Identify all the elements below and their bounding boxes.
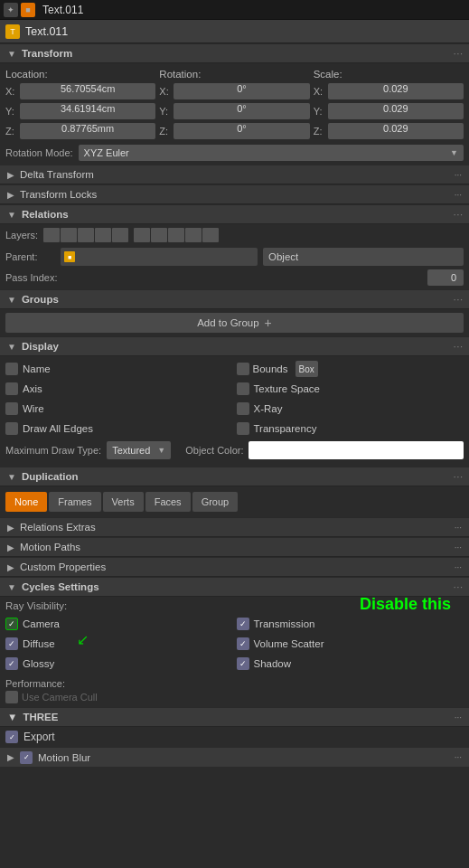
pass-index-value[interactable]: 0	[427, 269, 464, 286]
loc-z-label: Z:	[5, 126, 18, 137]
camera-visibility-label: Camera	[23, 618, 60, 629]
glossy-visibility-row: ✓ Glossy	[5, 655, 233, 673]
relations-extras-section[interactable]: ▶ Relations Extras ···	[0, 517, 469, 537]
rot-x-input[interactable]: 0°	[174, 83, 309, 99]
layer-btn-2[interactable]	[61, 228, 77, 242]
layer-btn-7[interactable]	[151, 228, 167, 242]
dup-tab-group[interactable]: Group	[192, 492, 239, 512]
layer-buttons-left	[43, 228, 128, 242]
diffuse-visibility-checkbox[interactable]: ✓	[5, 637, 18, 650]
export-icon: ✓	[5, 731, 18, 743]
rotation-z-row: Z: 0°	[159, 123, 309, 139]
display-arrow: ▼	[7, 342, 16, 352]
scale-x-input[interactable]: 0.029	[328, 83, 464, 99]
groups-section-header[interactable]: ▼ Groups ···	[0, 289, 469, 309]
layer-btn-1[interactable]	[43, 228, 60, 242]
scale-y-label: Y:	[314, 106, 326, 117]
transform-dots: ···	[454, 49, 464, 59]
duplication-section-header[interactable]: ▼ Duplication ···	[0, 467, 469, 486]
delta-transform-section[interactable]: ▶ Delta Transform ···	[0, 165, 469, 184]
relations-arrow: ▼	[7, 210, 16, 220]
name-cb-label: Name	[23, 363, 51, 374]
layer-btn-8[interactable]	[168, 228, 184, 242]
loc-y-input[interactable]: 34.61914cm	[20, 103, 155, 119]
layer-btn-4[interactable]	[95, 228, 111, 242]
rot-z-input[interactable]: 0°	[174, 123, 309, 139]
use-camera-cull-checkbox[interactable]	[5, 691, 18, 703]
shadow-visibility-checkbox[interactable]: ✓	[237, 657, 249, 670]
dup-tab-verts[interactable]: Verts	[103, 492, 144, 512]
name-checkbox[interactable]	[5, 363, 18, 375]
parent-row: Parent: ■ Object	[5, 248, 464, 266]
dup-tab-frames[interactable]: Frames	[49, 492, 100, 512]
xray-cb-label: X-Ray	[254, 403, 283, 414]
camera-visibility-row: ✓ Camera	[5, 615, 233, 633]
texture-space-cb-label: Texture Space	[254, 383, 321, 394]
transmission-visibility-checkbox[interactable]: ✓	[237, 618, 249, 630]
relations-extras-label: Relations Extras	[20, 522, 96, 533]
draw-all-edges-checkbox[interactable]	[5, 422, 18, 435]
motion-blur-label: Motion Blur	[38, 752, 90, 763]
layer-btn-9[interactable]	[185, 228, 202, 242]
rot-y-input[interactable]: 0°	[174, 103, 309, 119]
volume-scatter-visibility-label: Volume Scatter	[254, 638, 324, 649]
layer-buttons-right	[134, 228, 219, 242]
camera-visibility-checkbox[interactable]: ✓	[5, 618, 18, 630]
relations-section-header[interactable]: ▼ Relations ···	[0, 204, 469, 224]
export-row: ✓ Export	[0, 727, 469, 747]
display-section-header[interactable]: ▼ Display ···	[0, 336, 469, 356]
motion-paths-section[interactable]: ▶ Motion Paths ···	[0, 537, 469, 557]
ray-visibility-grid: ✓ Camera ✓ Transmission ✓ Diffuse ✓ Volu…	[5, 615, 464, 673]
dup-tab-faces[interactable]: Faces	[145, 492, 191, 512]
layer-btn-10[interactable]	[202, 228, 219, 242]
scale-z-input[interactable]: 0.029	[328, 123, 464, 139]
dup-tab-none[interactable]: None	[5, 492, 47, 512]
cycles-settings-label: Cycles Settings	[22, 581, 99, 592]
parent-field[interactable]: ■	[61, 248, 258, 266]
loc-z-input[interactable]: 0.87765mm	[20, 123, 155, 139]
three-section-header[interactable]: ▼ THREE ···	[0, 707, 469, 727]
scale-z-row: Z: 0.029	[314, 123, 464, 139]
cycles-settings-body: Disable this ↙ Ray Visibility: ✓ Camera …	[0, 597, 469, 707]
wire-checkbox[interactable]	[5, 402, 18, 415]
delta-dots: ···	[455, 170, 462, 180]
transparency-checkbox[interactable]	[237, 422, 249, 435]
layer-btn-5[interactable]	[112, 228, 128, 242]
object-name: Text.011	[25, 25, 68, 38]
scale-x-label: X:	[314, 86, 326, 97]
locks-dots: ···	[455, 190, 462, 200]
add-to-group-button[interactable]: Add to Group +	[5, 313, 464, 333]
custom-properties-section[interactable]: ▶ Custom Properties ···	[0, 557, 469, 577]
axis-checkbox[interactable]	[5, 382, 18, 395]
motion-blur-section[interactable]: ▶ ✓ Motion Blur ···	[0, 747, 469, 767]
max-draw-value: Textured	[112, 445, 150, 456]
bounds-type-dropdown[interactable]: Box	[295, 361, 318, 377]
rotation-y-row: Y: 0°	[159, 103, 309, 119]
xray-checkbox-row: X-Ray	[237, 400, 464, 418]
groups-body: Add to Group +	[0, 309, 469, 336]
pass-index-row: Pass Index: 0	[5, 269, 464, 286]
name-checkbox-row: Name	[5, 360, 233, 378]
location-y-row: Y: 34.61914cm	[5, 103, 155, 119]
rotation-mode-dropdown[interactable]: XYZ Euler ▼	[79, 145, 464, 161]
motion-blur-arrow: ▶	[7, 752, 14, 762]
obj-color-swatch[interactable]	[249, 441, 464, 459]
transform-section-header[interactable]: ▼ Transform ···	[0, 43, 469, 63]
parent-type-dropdown[interactable]: Object	[263, 248, 464, 266]
transform-body: Location: Rotation: Scale: X: 56.70554cm…	[0, 63, 469, 165]
bounds-checkbox[interactable]	[237, 363, 249, 375]
texture-space-checkbox[interactable]	[237, 382, 249, 395]
scale-y-input[interactable]: 0.029	[328, 103, 464, 119]
layer-btn-3[interactable]	[78, 228, 94, 242]
cycles-settings-section-header[interactable]: ▼ Cycles Settings ···	[0, 577, 469, 597]
max-draw-type-dropdown[interactable]: Textured ▼	[107, 441, 171, 459]
delta-arrow: ▶	[7, 170, 14, 180]
groups-label: Groups	[22, 294, 59, 305]
transform-locks-section[interactable]: ▶ Transform Locks ···	[0, 184, 469, 204]
glossy-visibility-checkbox[interactable]: ✓	[5, 657, 18, 670]
volume-scatter-visibility-checkbox[interactable]: ✓	[237, 637, 249, 650]
layer-btn-6[interactable]	[134, 228, 150, 242]
custom-properties-dots: ···	[455, 562, 462, 572]
loc-x-input[interactable]: 56.70554cm	[20, 83, 155, 99]
xray-checkbox[interactable]	[237, 402, 249, 415]
